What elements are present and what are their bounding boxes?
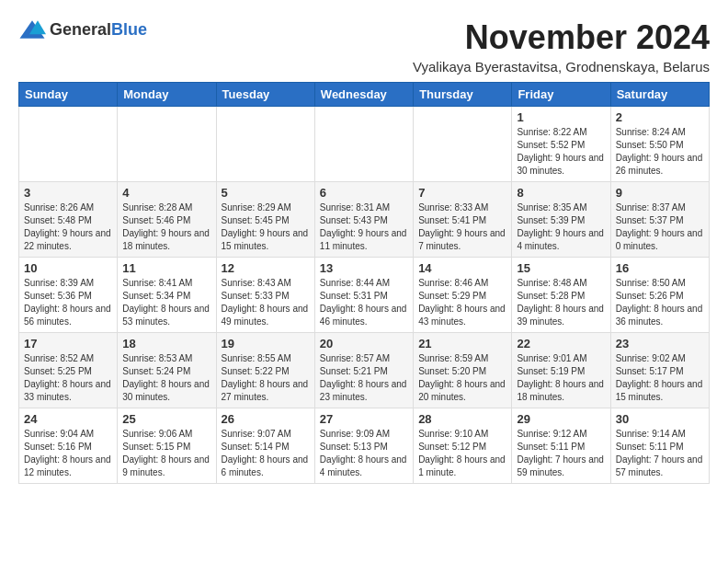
sunrise-label: Sunrise: 8:28 AM (122, 202, 192, 213)
daylight-label: Daylight: 8 hours and 4 minutes. (320, 454, 407, 477)
sunrise-label: Sunrise: 8:59 AM (418, 353, 488, 363)
sunset-label: Sunset: 5:48 PM (24, 215, 92, 225)
month-title: November 2024 (413, 18, 710, 57)
sunset-label: Sunset: 5:34 PM (122, 291, 190, 301)
sunset-label: Sunset: 5:41 PM (418, 215, 486, 225)
sunrise-label: Sunrise: 8:41 AM (122, 278, 192, 288)
weekday-header: Thursday (414, 83, 512, 107)
sunrise-label: Sunrise: 8:43 AM (222, 278, 291, 288)
day-number: 22 (517, 337, 605, 350)
day-number: 28 (418, 412, 506, 426)
weekday-header: Monday (118, 83, 216, 107)
sunrise-label: Sunrise: 8:33 AM (418, 202, 488, 213)
daylight-label: Daylight: 9 hours and 22 minutes. (24, 228, 111, 251)
calendar-cell: 8 Sunrise: 8:35 AM Sunset: 5:39 PM Dayli… (512, 182, 610, 258)
sunset-label: Sunset: 5:50 PM (616, 140, 684, 150)
sunrise-label: Sunrise: 9:06 AM (122, 429, 192, 439)
sunrise-label: Sunrise: 8:24 AM (616, 127, 686, 137)
cell-content: Sunrise: 9:12 AM Sunset: 5:11 PM Dayligh… (517, 428, 605, 479)
calendar-cell (19, 107, 118, 182)
day-number: 3 (24, 186, 112, 200)
day-number: 29 (517, 412, 605, 426)
calendar-header-row: SundayMondayTuesdayWednesdayThursdayFrid… (19, 83, 710, 107)
daylight-label: Daylight: 8 hours and 18 minutes. (517, 379, 604, 402)
sunset-label: Sunset: 5:31 PM (320, 291, 388, 301)
cell-content: Sunrise: 8:37 AM Sunset: 5:37 PM Dayligh… (616, 201, 704, 253)
sunrise-label: Sunrise: 8:39 AM (24, 278, 94, 288)
day-number: 7 (418, 186, 506, 200)
sunrise-label: Sunrise: 8:55 AM (222, 353, 291, 363)
calendar-cell: 19 Sunrise: 8:55 AM Sunset: 5:22 PM Dayl… (216, 333, 314, 408)
calendar-cell: 4 Sunrise: 8:28 AM Sunset: 5:46 PM Dayli… (118, 182, 216, 258)
cell-content: Sunrise: 8:31 AM Sunset: 5:43 PM Dayligh… (320, 201, 408, 253)
sunrise-label: Sunrise: 9:10 AM (418, 429, 488, 439)
cell-content: Sunrise: 8:53 AM Sunset: 5:24 PM Dayligh… (122, 352, 210, 404)
title-block: November 2024 Vyalikaya Byerastavitsa, G… (413, 18, 710, 75)
day-number: 12 (222, 261, 310, 275)
sunset-label: Sunset: 5:26 PM (616, 291, 684, 301)
sunrise-label: Sunrise: 8:29 AM (222, 202, 291, 213)
calendar-cell: 30 Sunrise: 9:14 AM Sunset: 5:11 PM Dayl… (610, 408, 709, 484)
daylight-label: Daylight: 7 hours and 59 minutes. (517, 454, 604, 477)
logo-blue: Blue (111, 20, 147, 39)
daylight-label: Daylight: 8 hours and 6 minutes. (222, 454, 309, 477)
sunset-label: Sunset: 5:17 PM (616, 366, 684, 376)
logo: GeneralBlue (18, 18, 147, 40)
sunset-label: Sunset: 5:13 PM (320, 442, 388, 452)
calendar-cell: 2 Sunrise: 8:24 AM Sunset: 5:50 PM Dayli… (610, 107, 709, 182)
logo-general: General (50, 20, 111, 39)
calendar-cell: 15 Sunrise: 8:48 AM Sunset: 5:28 PM Dayl… (512, 258, 610, 333)
day-number: 19 (222, 337, 310, 350)
calendar-cell: 11 Sunrise: 8:41 AM Sunset: 5:34 PM Dayl… (118, 258, 216, 333)
day-number: 14 (418, 261, 506, 275)
sunset-label: Sunset: 5:43 PM (320, 215, 388, 225)
daylight-label: Daylight: 8 hours and 49 minutes. (222, 304, 309, 327)
daylight-label: Daylight: 8 hours and 1 minute. (418, 454, 506, 477)
sunset-label: Sunset: 5:46 PM (122, 215, 190, 225)
sunset-label: Sunset: 5:14 PM (222, 442, 290, 452)
calendar-cell: 12 Sunrise: 8:43 AM Sunset: 5:33 PM Dayl… (216, 258, 314, 333)
sunrise-label: Sunrise: 8:37 AM (616, 202, 686, 213)
calendar-week-row: 1 Sunrise: 8:22 AM Sunset: 5:52 PM Dayli… (19, 107, 710, 182)
cell-content: Sunrise: 8:22 AM Sunset: 5:52 PM Dayligh… (517, 126, 605, 178)
day-number: 25 (122, 412, 210, 426)
sunset-label: Sunset: 5:25 PM (24, 366, 92, 376)
calendar-cell: 20 Sunrise: 8:57 AM Sunset: 5:21 PM Dayl… (314, 333, 413, 408)
cell-content: Sunrise: 8:39 AM Sunset: 5:36 PM Dayligh… (24, 277, 112, 328)
calendar-cell: 17 Sunrise: 8:52 AM Sunset: 5:25 PM Dayl… (19, 333, 118, 408)
cell-content: Sunrise: 9:10 AM Sunset: 5:12 PM Dayligh… (418, 428, 506, 479)
sunset-label: Sunset: 5:19 PM (517, 366, 585, 376)
calendar-cell: 28 Sunrise: 9:10 AM Sunset: 5:12 PM Dayl… (414, 408, 512, 484)
calendar-cell: 16 Sunrise: 8:50 AM Sunset: 5:26 PM Dayl… (610, 258, 709, 333)
cell-content: Sunrise: 8:55 AM Sunset: 5:22 PM Dayligh… (222, 352, 310, 404)
daylight-label: Daylight: 8 hours and 43 minutes. (418, 304, 506, 327)
calendar-cell: 27 Sunrise: 9:09 AM Sunset: 5:13 PM Dayl… (314, 408, 413, 484)
calendar-cell: 13 Sunrise: 8:44 AM Sunset: 5:31 PM Dayl… (314, 258, 413, 333)
cell-content: Sunrise: 8:41 AM Sunset: 5:34 PM Dayligh… (122, 277, 210, 328)
calendar-cell: 1 Sunrise: 8:22 AM Sunset: 5:52 PM Dayli… (512, 107, 610, 182)
day-number: 15 (517, 261, 605, 275)
daylight-label: Daylight: 9 hours and 7 minutes. (418, 228, 506, 251)
day-number: 10 (24, 261, 112, 275)
sunrise-label: Sunrise: 8:31 AM (320, 202, 390, 213)
day-number: 20 (320, 337, 408, 350)
weekday-header: Sunday (19, 83, 118, 107)
cell-content: Sunrise: 8:59 AM Sunset: 5:20 PM Dayligh… (418, 352, 506, 404)
day-number: 17 (24, 337, 112, 350)
daylight-label: Daylight: 9 hours and 26 minutes. (616, 153, 703, 176)
sunset-label: Sunset: 5:16 PM (24, 442, 92, 452)
daylight-label: Daylight: 8 hours and 36 minutes. (616, 304, 703, 327)
daylight-label: Daylight: 8 hours and 20 minutes. (418, 379, 506, 402)
day-number: 6 (320, 186, 408, 200)
calendar-week-row: 10 Sunrise: 8:39 AM Sunset: 5:36 PM Dayl… (19, 258, 710, 333)
calendar-cell (216, 107, 314, 182)
calendar-cell: 22 Sunrise: 9:01 AM Sunset: 5:19 PM Dayl… (512, 333, 610, 408)
calendar-week-row: 24 Sunrise: 9:04 AM Sunset: 5:16 PM Dayl… (19, 408, 710, 484)
day-number: 9 (616, 186, 704, 200)
day-number: 16 (616, 261, 704, 275)
sunrise-label: Sunrise: 8:44 AM (320, 278, 390, 288)
calendar-cell: 9 Sunrise: 8:37 AM Sunset: 5:37 PM Dayli… (610, 182, 709, 258)
daylight-label: Daylight: 8 hours and 30 minutes. (122, 379, 210, 402)
cell-content: Sunrise: 9:04 AM Sunset: 5:16 PM Dayligh… (24, 428, 112, 479)
day-number: 13 (320, 261, 408, 275)
